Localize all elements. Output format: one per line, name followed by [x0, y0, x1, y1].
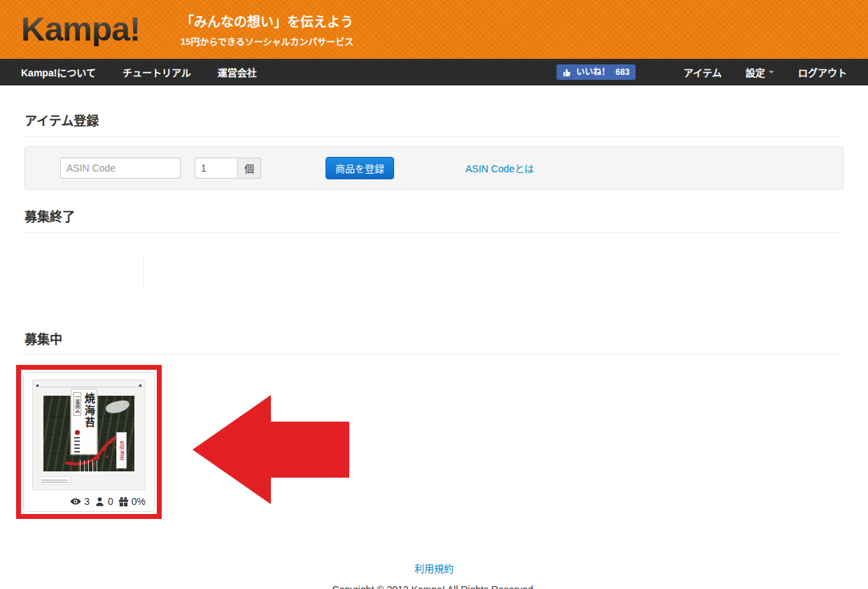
- product-bottom-label: [38, 476, 71, 485]
- main-navbar: Kampa!について チュートリアル 運営会社 いいね！ 683 アイテム 設定…: [0, 59, 868, 85]
- progress-percent: 0%: [132, 496, 146, 507]
- views-stat: 3: [70, 496, 90, 507]
- site-header: Kampa! 「みんなの想い」を伝えよう 15円からできるソーシャルカンパサービ…: [0, 0, 868, 59]
- nav-tutorial-link[interactable]: チュートリアル: [122, 65, 191, 79]
- caret-down-icon: [769, 71, 774, 74]
- person-icon: [94, 497, 105, 507]
- product-origin-label: 有明海産: [116, 432, 127, 469]
- open-items-title: 募集中: [24, 329, 844, 347]
- copyright-text: Copyright © 2012 Kampa! All Rights Reser…: [0, 584, 868, 589]
- section-closed-items: 募集終了: [24, 207, 844, 312]
- closed-items-title: 募集終了: [24, 207, 844, 225]
- nav-settings-label: 設定: [746, 65, 765, 79]
- divider: [24, 232, 844, 233]
- site-footer: 利用規約 Copyright © 2012 Kampa! All Rights …: [0, 561, 868, 589]
- asin-help-link[interactable]: ASIN Codeとは: [465, 161, 534, 175]
- product-image: 一番摘み 焼海苔: [32, 380, 146, 490]
- nav-about-link[interactable]: Kampa!について: [21, 65, 96, 79]
- empty-list-divider: [144, 254, 144, 289]
- terms-link[interactable]: 利用規約: [414, 563, 454, 574]
- product-description-text: [76, 460, 100, 476]
- quantity-input[interactable]: [195, 158, 238, 179]
- section-open-items: 募集中 一番摘み 焼海苔: [24, 329, 844, 527]
- annotation-highlight-box: 一番摘み 焼海苔: [16, 365, 162, 519]
- nav-logout-link[interactable]: ログアウト: [798, 65, 847, 79]
- annotation-arrow-icon: [192, 395, 349, 504]
- header-tagline: 「みんなの想い」を伝えよう: [181, 11, 354, 30]
- facebook-like-button[interactable]: いいね！ 683: [556, 64, 636, 80]
- gift-icon: [118, 497, 129, 507]
- quantity-group: 個: [195, 158, 261, 179]
- product-grade-label: 一番摘み: [74, 392, 81, 416]
- item-card[interactable]: 一番摘み 焼海苔: [23, 372, 155, 512]
- facebook-like-count: 683: [615, 67, 629, 78]
- product-name-label: 焼海苔: [84, 393, 94, 429]
- register-product-button[interactable]: 商品を登録: [326, 157, 394, 179]
- open-items-row: 一番摘み 焼海苔: [24, 365, 844, 527]
- item-register-form: 個 商品を登録 ASIN Codeとは: [24, 146, 844, 190]
- nav-items-link[interactable]: アイテム: [683, 65, 722, 79]
- section-item-register: アイテム登録 個 商品を登録 ASIN Codeとは: [24, 111, 844, 190]
- site-logo[interactable]: Kampa!: [21, 13, 140, 46]
- bag-zip-line: [36, 387, 142, 387]
- quantity-unit-addon: 個: [238, 158, 261, 179]
- header-taglines: 「みんなの想い」を伝えよう 15円からできるソーシャルカンパサービス: [181, 11, 354, 48]
- views-count: 3: [84, 496, 90, 507]
- thumbs-up-icon: [563, 68, 572, 77]
- eye-icon: [70, 496, 81, 507]
- navbar-left-group: Kampa!について チュートリアル 運営会社: [21, 65, 257, 79]
- item-stats: 3 0: [29, 496, 148, 507]
- item-register-title: アイテム登録: [24, 111, 844, 129]
- divider: [24, 136, 844, 137]
- participants-count: 0: [108, 496, 113, 507]
- progress-stat: 0%: [118, 496, 146, 507]
- product-bag: 一番摘み 焼海苔: [32, 380, 146, 490]
- divider: [24, 354, 844, 355]
- header-subtitle: 15円からできるソーシャルカンパサービス: [181, 34, 354, 48]
- participants-stat: 0: [94, 496, 113, 507]
- closed-items-empty-area: [24, 242, 844, 312]
- navbar-right-group: いいね！ 683 アイテム 設定 ログアウト: [556, 64, 847, 80]
- main-content: アイテム登録 個 商品を登録 ASIN Codeとは 募集終了 募集中: [24, 85, 844, 527]
- nav-settings-dropdown[interactable]: 設定: [746, 65, 774, 79]
- asin-code-input[interactable]: [60, 158, 181, 179]
- nav-company-link[interactable]: 運営会社: [218, 65, 257, 79]
- facebook-like-label: いいね！: [576, 67, 610, 78]
